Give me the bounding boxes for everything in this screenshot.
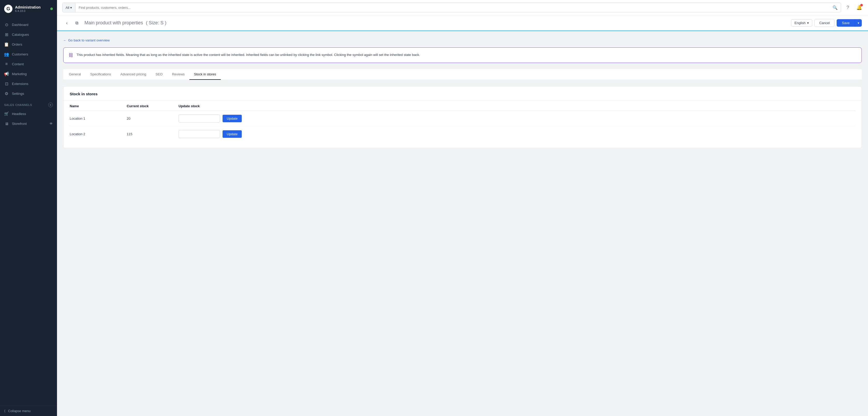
main-area: All ▾ 🔍 ? 🔔 ‹ ⧉: [57, 0, 868, 416]
topbar-icons: ? 🔔: [844, 4, 863, 11]
arrow-left-icon: ‹: [66, 21, 67, 25]
sidebar-item-label: Orders: [12, 42, 22, 46]
current-stock-value: 115: [127, 126, 179, 142]
notification-badge: [860, 4, 863, 6]
sidebar-item-label: Settings: [12, 92, 24, 96]
sidebar-item-customers[interactable]: 👥 Customers: [0, 49, 57, 59]
dashboard-icon: ⊙: [4, 22, 9, 27]
info-banner-text: This product has inherited fields. Meani…: [76, 52, 420, 58]
page-actions: English ▾ Cancel Save ▾: [791, 19, 862, 27]
settings-icon: ⚙: [4, 91, 9, 96]
search-container: All ▾ 🔍: [62, 3, 841, 12]
app-version: 6.4.18.0: [15, 9, 41, 12]
chevron-down-icon: ▾: [858, 21, 859, 25]
tab-general[interactable]: General: [64, 69, 86, 80]
location-name: Location 1: [70, 111, 127, 126]
update-stock-input-1[interactable]: [179, 115, 220, 123]
sidebar-nav: ⊙ Dashboard ⊞ Catalogues 📋 Orders 👥 Cust…: [0, 18, 57, 406]
orders-icon: 📋: [4, 42, 9, 46]
search-button[interactable]: 🔍: [829, 5, 841, 10]
sidebar-item-headless[interactable]: 🛒 Headless: [0, 109, 57, 119]
notifications-button[interactable]: 🔔: [856, 4, 863, 11]
sidebar-item-orders[interactable]: 📋 Orders: [0, 39, 57, 49]
sidebar-logo: G Administration 6.4.18.0: [0, 0, 57, 18]
search-icon: 🔍: [833, 5, 838, 10]
sidebar-item-label: Headless: [12, 112, 26, 116]
marketing-icon: 📢: [4, 71, 9, 76]
collapse-icon: ⟨: [4, 409, 5, 413]
sidebar-item-content[interactable]: ≡ Content: [0, 59, 57, 69]
stock-table: Name Current stock Update stock Location…: [70, 100, 855, 142]
sidebar-item-label: Marketing: [12, 72, 27, 76]
tab-stock-in-stores[interactable]: Stock in stores: [189, 69, 221, 80]
global-search-input[interactable]: [75, 6, 829, 9]
sidebar-item-catalogues[interactable]: ⊞ Catalogues: [0, 30, 57, 39]
headless-icon: 🛒: [4, 111, 9, 116]
table-row: Location 1 20 Update: [70, 111, 855, 126]
update-stock-button-2[interactable]: Update: [223, 130, 242, 138]
copy-icon: ⧉: [75, 21, 78, 25]
tab-reviews[interactable]: Reviews: [167, 69, 189, 80]
sidebar-item-label: Catalogues: [12, 33, 29, 36]
sidebar-item-storefront[interactable]: 🖥 Storefront 👁: [0, 119, 57, 128]
back-to-variant-link[interactable]: ← Go back to variant overview: [63, 38, 862, 42]
col-header-current-stock: Current stock: [127, 100, 179, 111]
link-icon: ⛓: [69, 53, 73, 58]
content-icon: ≡: [4, 62, 9, 66]
topbar: All ▾ 🔍 ? 🔔: [57, 0, 868, 15]
language-label: English: [795, 21, 806, 25]
search-type-dropdown[interactable]: All ▾: [62, 3, 75, 12]
sidebar: G Administration 6.4.18.0 ⊙ Dashboard ⊞ …: [0, 0, 57, 416]
tab-specifications[interactable]: Specifications: [86, 69, 116, 80]
chevron-down-icon: ▾: [70, 6, 72, 9]
tab-advanced-pricing[interactable]: Advanced pricing: [116, 69, 151, 80]
back-button[interactable]: ‹: [63, 20, 70, 27]
help-button[interactable]: ?: [844, 4, 851, 11]
sales-channels-section: Sales Channels +: [0, 98, 57, 109]
catalogues-icon: ⊞: [4, 32, 9, 37]
app-name: Administration: [15, 5, 41, 9]
chevron-down-icon: ▾: [807, 21, 809, 25]
stock-in-stores-card: Stock in stores Name Current stock Updat…: [63, 86, 862, 148]
sidebar-item-dashboard[interactable]: ⊙ Dashboard: [0, 20, 57, 30]
sidebar-item-label: Storefront: [12, 122, 27, 126]
arrow-left-icon: ←: [63, 38, 67, 42]
stock-card-title: Stock in stores: [63, 87, 862, 100]
search-type-label: All: [66, 6, 69, 9]
tab-seo[interactable]: SEO: [151, 69, 167, 80]
stock-actions-row-2: Update: [179, 130, 855, 138]
collapse-menu-button[interactable]: ⟨ Collapse menu: [4, 409, 53, 413]
tabs-bar: General Specifications Advanced pricing …: [63, 69, 862, 80]
stock-actions-row-1: Update: [179, 115, 855, 123]
status-dot: [50, 7, 53, 10]
help-icon: ?: [846, 5, 849, 10]
sidebar-item-settings[interactable]: ⚙ Settings: [0, 89, 57, 98]
save-button[interactable]: Save: [837, 19, 855, 27]
sidebar-item-marketing[interactable]: 📢 Marketing: [0, 69, 57, 79]
add-sales-channel-button[interactable]: +: [48, 103, 53, 107]
sidebar-footer: ⟨ Collapse menu: [0, 406, 57, 416]
save-dropdown-button[interactable]: ▾: [855, 19, 862, 27]
sidebar-item-label: Extensions: [12, 82, 29, 86]
current-stock-value: 20: [127, 111, 179, 126]
sidebar-item-label: Content: [12, 62, 24, 66]
content-area: ← Go back to variant overview ⛓ This pro…: [57, 31, 868, 416]
cancel-button[interactable]: Cancel: [814, 19, 835, 27]
sidebar-item-label: Customers: [12, 52, 28, 56]
page-title: Main product with properties ( Size: S ): [85, 20, 791, 26]
col-header-update-stock: Update stock: [179, 100, 855, 111]
customers-icon: 👥: [4, 52, 9, 57]
stock-table-wrapper: Name Current stock Update stock Location…: [63, 100, 862, 148]
location-name: Location 2: [70, 126, 127, 142]
extensions-icon: ⊡: [4, 81, 9, 86]
app-logo-text: Administration 6.4.18.0: [15, 5, 41, 12]
col-header-name: Name: [70, 100, 127, 111]
sidebar-item-label: Dashboard: [12, 23, 29, 27]
duplicate-button[interactable]: ⧉: [73, 20, 80, 27]
app-logo-icon: G: [4, 5, 12, 13]
update-stock-input-2[interactable]: [179, 130, 220, 138]
storefront-icon: 🖥: [4, 121, 9, 126]
update-stock-button-1[interactable]: Update: [223, 115, 242, 122]
language-dropdown[interactable]: English ▾: [791, 19, 812, 27]
sidebar-item-extensions[interactable]: ⊡ Extensions: [0, 79, 57, 89]
